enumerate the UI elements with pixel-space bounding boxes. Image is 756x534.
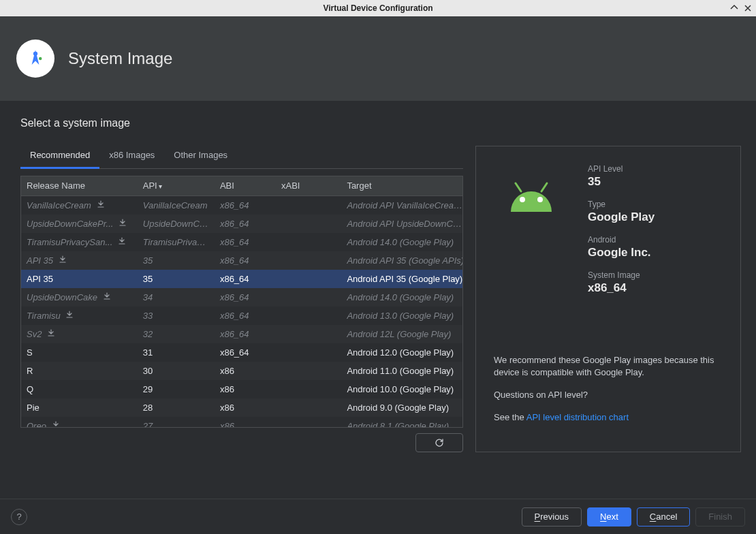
- sort-desc-icon: ▾: [159, 183, 162, 190]
- dialog-window: System Image Select a system image Recom…: [0, 16, 756, 534]
- svg-point-0: [33, 52, 37, 56]
- next-button[interactable]: Next: [587, 507, 631, 527]
- page-banner: System Image: [0, 16, 756, 101]
- table-row[interactable]: API 35 35x86_64Android API 35 (Google AP…: [21, 251, 462, 270]
- svg-point-2: [520, 197, 525, 202]
- table-row[interactable]: Pie28x86Android 9.0 (Google Play): [21, 398, 462, 417]
- recommend-text: We recommend these Google Play images be…: [494, 354, 723, 380]
- download-icon[interactable]: [52, 421, 60, 428]
- table-row[interactable]: VanillaIceCream VanillaIceCreamx86_64And…: [21, 196, 462, 215]
- download-icon[interactable]: [97, 200, 105, 210]
- table-row[interactable]: TiramisuPrivacySan... TiramisuPrivacySan…: [21, 233, 462, 251]
- cancel-button[interactable]: Cancel: [637, 507, 690, 527]
- window-titlebar: Virtual Device Configuration: [0, 0, 756, 16]
- api-level-value: 35: [588, 175, 723, 189]
- download-icon[interactable]: [103, 292, 111, 302]
- table-row[interactable]: R30x86Android 11.0 (Google Play): [21, 362, 462, 380]
- tab-other-images[interactable]: Other Images: [164, 146, 237, 168]
- download-icon[interactable]: [119, 219, 127, 228]
- see-line: See the API level distribution chart: [494, 411, 723, 424]
- table-row[interactable]: Q29x86Android 10.0 (Google Play): [21, 380, 462, 398]
- window-maximize-icon[interactable]: [730, 4, 738, 12]
- window-title: Virtual Device Configuration: [323, 3, 432, 13]
- table-row[interactable]: Tiramisu 33x86_64Android 13.0 (Google Pl…: [21, 307, 462, 325]
- col-abi[interactable]: ABI: [215, 176, 276, 195]
- android-label: Android: [588, 235, 723, 245]
- download-icon[interactable]: [118, 237, 126, 247]
- download-icon[interactable]: [65, 311, 74, 320]
- api-chart-link[interactable]: API level distribution chart: [526, 412, 629, 422]
- system-image-value: x86_64: [588, 281, 723, 295]
- table-row[interactable]: S31x86_64Android 12.0 (Google Play): [21, 343, 462, 362]
- tab-recommended[interactable]: Recommended: [20, 146, 99, 169]
- api-level-label: API Level: [588, 164, 723, 174]
- col-target[interactable]: Target: [341, 176, 463, 195]
- system-image-label: System Image: [588, 270, 723, 280]
- col-xabi[interactable]: xABI: [276, 176, 341, 195]
- table-row[interactable]: Sv2 32x86_64Android 12L (Google Play): [21, 325, 462, 343]
- type-value: Google Play: [588, 210, 723, 224]
- table-row[interactable]: API 3535x86_64Android API 35 (Google Pla…: [21, 270, 462, 288]
- window-close-icon[interactable]: [744, 4, 752, 12]
- subtitle: Select a system image: [20, 117, 741, 129]
- previous-button[interactable]: Previous: [522, 507, 582, 527]
- android-logo-icon: [494, 164, 569, 306]
- page-title: System Image: [68, 49, 172, 68]
- table-row[interactable]: UpsideDownCake 34x86_64Android 14.0 (Goo…: [21, 288, 462, 307]
- type-label: Type: [588, 200, 723, 209]
- tab-x86-images[interactable]: x86 Images: [99, 146, 164, 168]
- tabs: Recommendedx86 ImagesOther Images: [20, 146, 463, 169]
- svg-point-1: [39, 57, 42, 61]
- table-row[interactable]: Oreo 27x86Android 8.1 (Google Play): [21, 417, 462, 428]
- svg-line-5: [541, 183, 547, 191]
- download-icon[interactable]: [47, 329, 55, 339]
- col-release[interactable]: Release Name: [21, 176, 138, 195]
- android-value: Google Inc.: [588, 246, 723, 260]
- refresh-icon: [434, 437, 445, 448]
- help-button[interactable]: ?: [11, 509, 27, 525]
- col-api[interactable]: API▾: [138, 176, 215, 195]
- android-studio-icon: [16, 40, 54, 78]
- download-icon[interactable]: [59, 255, 67, 265]
- svg-point-3: [537, 197, 543, 202]
- details-panel: API Level 35 Type Google Play Android Go…: [475, 146, 741, 452]
- table-header-row: Release Name API▾ ABI xABI Target: [21, 176, 463, 195]
- refresh-button[interactable]: [415, 433, 463, 452]
- content-area: Select a system image Recommendedx86 Ima…: [0, 101, 756, 499]
- table-row[interactable]: UpsideDownCakePr... UpsideDownCakex86_64…: [21, 215, 462, 233]
- finish-button: Finish: [695, 507, 745, 527]
- svg-line-4: [516, 183, 521, 191]
- button-bar: ? Previous Next Cancel Finish: [0, 499, 756, 534]
- question-text: Questions on API level?: [494, 389, 723, 402]
- image-table: Release Name API▾ ABI xABI Target: [20, 176, 463, 428]
